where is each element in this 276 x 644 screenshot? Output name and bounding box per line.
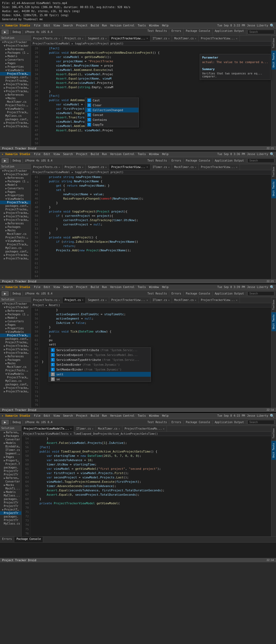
tree-pt-root-3[interactable]: ▼ProjectTracker	[0, 302, 31, 306]
tab-project3[interactable]: Project.cs ✕	[63, 297, 86, 303]
tree-props4[interactable]: ▶Properties	[0, 459, 21, 462]
menu-run-4[interactable]: Run	[101, 414, 109, 417]
tree-myclass-3[interactable]: MyClass.cs	[0, 379, 31, 383]
search-icon-4[interactable]: 🔍	[270, 414, 274, 418]
ac3-sett[interactable]: Tsett	[49, 372, 151, 377]
menu-edit-2[interactable]: Edit	[42, 153, 52, 156]
menu-file[interactable]: File	[32, 24, 42, 27]
menu-vc-2[interactable]: Version Control	[109, 153, 136, 156]
toolbox-tab-1[interactable]: Toolbox	[271, 36, 276, 50]
tab-pt2-1[interactable]: ProjectTests.cs ✕	[31, 164, 63, 170]
menu-edit-4[interactable]: Edit	[42, 414, 52, 417]
tree-pages-1[interactable]: ▶Pages	[0, 61, 31, 65]
play-btn-3[interactable]: ▶	[2, 291, 9, 296]
tree-mocks-2[interactable]: ▶Mocks	[0, 229, 31, 232]
tree-references-1[interactable]: ▶References	[0, 47, 31, 51]
menu-search-4[interactable]: Search	[61, 414, 74, 417]
menu-build[interactable]: Build	[89, 24, 101, 27]
tree-pages-2[interactable]: ▶Pages	[0, 190, 31, 194]
tab-errors-4[interactable]: Errors	[169, 420, 184, 424]
tree-droid-1[interactable]: ▶ProjectTracker.Droid	[0, 83, 31, 86]
menu-help[interactable]: Help	[160, 24, 170, 27]
tree-mycs4[interactable]: MyClass...	[0, 494, 21, 497]
tab-ptvm3-2[interactable]: ProjectTrackerView... ✕	[199, 297, 240, 303]
tree-t-vms-3[interactable]: ▼ViewModels	[0, 372, 31, 376]
menu-view[interactable]: View	[52, 24, 61, 27]
search-input-2[interactable]	[247, 158, 274, 163]
tab-it3-1[interactable]: ITimer.cs ✕	[150, 297, 172, 303]
tree-ios-3[interactable]: ▶ProjectTracker.iOS	[0, 348, 31, 351]
toolbox-tab-4[interactable]: Toolbox	[271, 426, 276, 441]
tree-props-3[interactable]: ▶Properties	[0, 327, 31, 330]
menu-help-4[interactable]: Help	[160, 414, 170, 417]
tree-tests-droid-1[interactable]: ▶ProjectTracker.Tests.Droid	[0, 121, 31, 125]
tree-ios-1[interactable]: ▶ProjectTracker.iOS	[0, 86, 31, 90]
tab-seg3-1[interactable]: Segment.cs ✕	[86, 297, 109, 303]
menu-view-3[interactable]: View	[52, 286, 61, 289]
tab-ptvm2-main[interactable]: ProjectTrackerView... ✕	[109, 164, 150, 170]
tree-viewmodels-1[interactable]: ▼ViewModels	[0, 68, 31, 72]
menu-window[interactable]: Window	[147, 24, 160, 27]
tab-itimer-1[interactable]: ITimer.cs ✕	[150, 36, 172, 41]
unit-tests-tab-4[interactable]: Unit Tests	[271, 441, 276, 460]
tab-segment-1[interactable]: Segment.cs ✕	[86, 36, 109, 41]
tab-ptvm4-1[interactable]: ProjectTrackerViewModelTe... ✕	[22, 426, 74, 431]
code-editor-4[interactable]: 5455565758596061626364656667686970717273…	[22, 436, 276, 536]
tree-myclass-1[interactable]: MyClass.cs	[0, 114, 31, 118]
tree-refs-2[interactable]: ▶References	[0, 176, 31, 180]
tab-errors-2[interactable]: Errors	[169, 158, 184, 163]
menu-run-2[interactable]: Run	[101, 153, 109, 156]
tree-tests-1[interactable]: ▼ProjectTracker.Tests	[0, 90, 31, 93]
search-icon-2[interactable]: 🔍	[270, 152, 274, 156]
tab-proj2-1[interactable]: Project.cs ✕	[63, 164, 86, 170]
menu-vc-4[interactable]: Version Control	[109, 414, 136, 417]
menu-build-2[interactable]: Build	[89, 153, 101, 156]
tree-pkg-cfg-3[interactable]: packages.config	[0, 337, 31, 341]
tab-pkg-console-2[interactable]: Package Console	[184, 158, 212, 163]
tree-tests-vm-1[interactable]: ▼ViewModels	[0, 107, 31, 111]
menu-help-3[interactable]: Help	[160, 286, 170, 289]
menu-search[interactable]: Search	[61, 24, 74, 27]
tree-mocks-3[interactable]: ▶Mocks	[0, 362, 31, 365]
menu-search-2[interactable]: Search	[61, 153, 74, 156]
tree-conv4[interactable]: Converter	[0, 438, 21, 441]
tree-models-1[interactable]: ▶Models	[0, 54, 31, 58]
tree-vm-file-2[interactable]: ProjectTrackerVie...	[0, 201, 31, 204]
menu-window-3[interactable]: Window	[147, 286, 160, 289]
tree-mt-3[interactable]: MockTimer.cs	[0, 365, 31, 369]
unit-tests-tab-3[interactable]: Unit Tests	[271, 312, 276, 331]
tab-app-output-1[interactable]: Application Output	[213, 29, 246, 36]
tree-tptd4[interactable]: ProjectTr	[0, 504, 21, 508]
tree-vms-2[interactable]: ▼ViewModels	[0, 197, 31, 201]
tree-t-refs-3[interactable]: ▶References	[0, 355, 31, 358]
tree-tref4[interactable]: ▶Reference	[0, 476, 21, 480]
tab-test-results-3[interactable]: Test Results	[145, 291, 169, 296]
tree-pkg2-4[interactable]: packages.	[0, 515, 21, 518]
tab-ptvm2-1[interactable]: ProjectTrackerView... ✕	[199, 36, 240, 41]
tree-t-vm-file-3[interactable]: ProjectTrackerViewM...	[0, 376, 31, 379]
tab-projecttests-1[interactable]: ProjectTests.cs ✕	[31, 36, 63, 41]
tree-tests-vm-file-1[interactable]: ProjectTrackerViewM...	[0, 111, 31, 114]
tree-mocktimer-1[interactable]: MockTimer.cs	[0, 100, 31, 104]
tab-seg2-1[interactable]: Segment.cs ✕	[86, 164, 109, 170]
tree-pt4[interactable]: Project.T	[0, 462, 21, 466]
menu-search-3[interactable]: Search	[61, 286, 74, 289]
tree-refs-3[interactable]: ▶References	[0, 309, 31, 313]
tree-sel4[interactable]: ProjectTr	[0, 511, 21, 515]
tree-t-vms-2[interactable]: ▼ViewModels	[0, 239, 31, 243]
tree-pgs4[interactable]: ▶Pages	[0, 455, 21, 459]
tree-uitests-1[interactable]: ▶ProjectTracker.UITests	[0, 125, 31, 128]
menu-help-2[interactable]: Help	[160, 153, 170, 156]
code-content-4[interactable]: } Assert.False(viewModel.Projects[1].IsA…	[30, 436, 276, 536]
tab-app-output-2[interactable]: Application Output	[213, 158, 246, 163]
tree-mocks4[interactable]: ▶Mocks	[0, 483, 21, 487]
tab-test-results-2[interactable]: Test Results	[145, 158, 169, 163]
menu-window-4[interactable]: Window	[147, 414, 160, 417]
tree-vms-3[interactable]: ▼ViewModels	[0, 330, 31, 334]
tree-myclass-2[interactable]: MyClass.cs	[0, 246, 31, 250]
ac-collectionchanged[interactable]: CCollectionChanged	[85, 108, 139, 112]
tree-vm-file-1[interactable]: ProjectTrackerVie...	[0, 72, 31, 76]
search-input-1[interactable]	[247, 30, 274, 34]
menu-file-4[interactable]: File	[32, 414, 42, 417]
tree-props-2[interactable]: ▶Properties	[0, 194, 31, 197]
